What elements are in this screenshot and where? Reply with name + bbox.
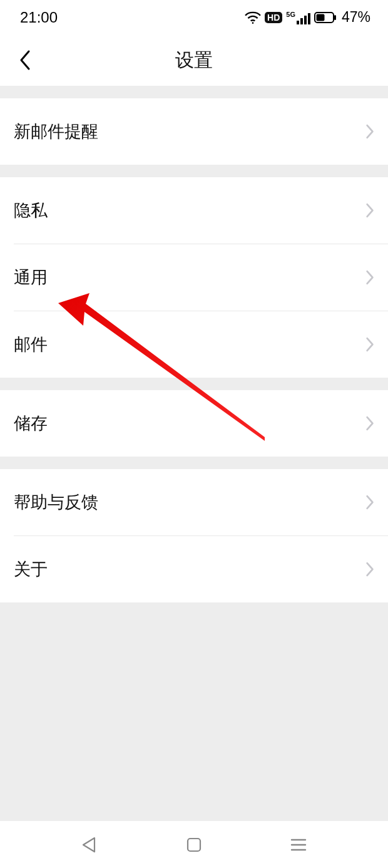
svg-point-0 [252,22,254,24]
chevron-right-icon [365,270,374,285]
page-title: 设置 [175,48,213,73]
nav-menu-button[interactable] [280,826,317,864]
settings-item-help-feedback[interactable]: 帮助与反馈 [0,469,388,535]
settings-group: 帮助与反馈 关于 [0,469,388,602]
back-icon [19,49,31,71]
network-indicator: 5G [286,11,310,24]
settings-item-privacy[interactable]: 隐私 [0,177,388,244]
chevron-right-icon [365,337,374,352]
svg-rect-10 [188,839,200,851]
svg-rect-3 [304,16,307,24]
settings-group: 储存 [0,390,388,457]
chevron-right-icon [365,495,374,510]
back-button[interactable] [13,48,38,73]
svg-rect-4 [308,13,310,24]
chevron-right-icon [365,562,374,577]
settings-item-storage[interactable]: 储存 [0,390,388,457]
section-gap [0,165,388,177]
signal-icon [297,12,310,24]
section-gap [0,378,388,390]
item-label: 隐私 [14,199,48,222]
status-bar: 21:00 HD 5G 47% [0,0,388,34]
section-gap [0,457,388,469]
battery-percent: 47% [342,9,370,26]
svg-rect-7 [334,15,336,20]
svg-marker-9 [83,838,94,852]
svg-rect-2 [300,18,303,24]
settings-group: 隐私 通用 邮件 [0,177,388,378]
nav-menu-icon [290,837,307,852]
nav-back-icon [81,836,98,854]
item-label: 邮件 [14,333,48,356]
status-time: 21:00 [20,9,58,26]
system-nav-bar [0,821,388,868]
svg-rect-6 [316,14,324,21]
item-label: 通用 [14,266,48,289]
settings-item-new-mail-alert[interactable]: 新邮件提醒 [0,98,388,165]
nav-home-button[interactable] [175,826,213,864]
hd-badge: HD [265,12,282,23]
section-gap [0,86,388,98]
chevron-right-icon [365,203,374,218]
item-label: 帮助与反馈 [14,491,98,514]
status-indicators: HD 5G 47% [245,9,370,26]
settings-group: 新邮件提醒 [0,98,388,165]
item-label: 关于 [14,558,48,581]
wifi-icon [245,11,261,24]
chevron-right-icon [365,416,374,431]
item-label: 储存 [14,412,48,435]
battery-icon [314,12,337,23]
svg-rect-1 [297,21,299,24]
settings-item-about[interactable]: 关于 [0,536,388,602]
settings-item-general[interactable]: 通用 [0,244,388,311]
item-label: 新邮件提醒 [14,120,98,143]
settings-item-mail[interactable]: 邮件 [0,311,388,378]
chevron-right-icon [365,124,374,139]
nav-back-button[interactable] [71,826,108,864]
page-header: 设置 [0,34,388,86]
nav-home-icon [186,837,202,853]
